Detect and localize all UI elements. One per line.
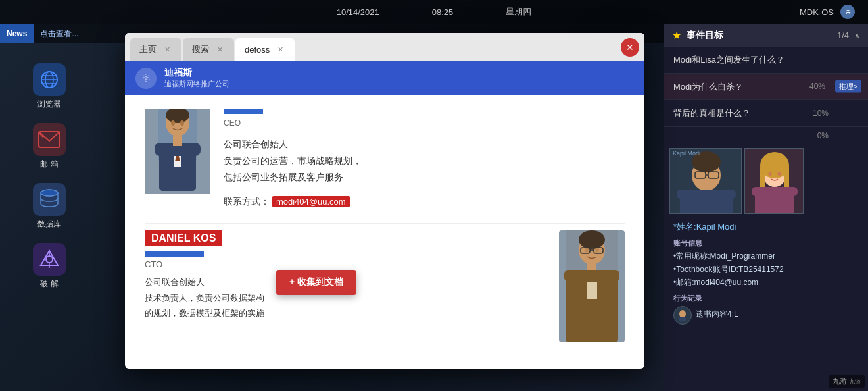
- svg-point-21: [171, 120, 175, 126]
- tab-search[interactable]: 搜索 ✕: [183, 38, 234, 61]
- lisa-portrait: [744, 148, 804, 214]
- email-label: 邮 箱: [40, 159, 58, 170]
- company-full-name: 迪福斯网络推广公司: [164, 79, 229, 89]
- svg-point-22: [180, 120, 184, 126]
- sidebar-item-browser[interactable]: 浏览器: [33, 63, 66, 110]
- tab-search-close[interactable]: ✕: [214, 44, 225, 55]
- company-info: 迪福斯 迪福斯网络推广公司: [164, 67, 229, 89]
- person2-photo: [559, 230, 625, 342]
- person2-desc2: 的规划，数据模型及框架的实施: [145, 305, 546, 321]
- event-header-left: ★ 事件目标: [672, 29, 723, 41]
- hack-label: 破 解: [40, 278, 58, 290]
- svg-point-35: [585, 248, 589, 253]
- browser-window: 主页 ✕ 搜索 ✕ defoss ✕ ✕ ⚛ 迪福斯 迪福斯网络推广公司: [125, 33, 644, 369]
- topbar-os-icon: ⊕: [840, 5, 855, 19]
- will-icon: [673, 306, 692, 325]
- svg-rect-51: [752, 187, 798, 196]
- topbar-right: MDK-OS ⊕: [800, 5, 855, 19]
- news-text: 点击查看...: [34, 28, 78, 39]
- browser-close-button[interactable]: ✕: [621, 38, 639, 57]
- collect-button[interactable]: + 收集到文档: [276, 270, 356, 295]
- svg-point-8: [41, 190, 58, 196]
- sidebar: 浏览器 邮 箱 数据库: [0, 24, 99, 290]
- svg-point-54: [679, 310, 686, 318]
- svg-point-36: [595, 248, 599, 253]
- svg-rect-55: [679, 317, 686, 321]
- event-item-1-action[interactable]: 推理>: [835, 80, 861, 93]
- content-area: CEO 公司联合创始人 负责公司的运营，市场战略规划， 包括公司业务拓展及客户服…: [125, 95, 644, 344]
- event-item-3: 0%: [664, 127, 868, 145]
- topbar-date: 10/14/2021: [337, 7, 379, 17]
- first-person-section: CEO 公司联合创始人 负责公司的运营，市场战略规划， 包括公司业务拓展及客户服…: [145, 109, 625, 210]
- desktop: PRIORD 10/14/2021 08:25 星期四 MDK-OS ⊕ New…: [0, 0, 868, 391]
- ceo-role-bar: [224, 109, 263, 114]
- event-item-1-text: Modi为什么自杀？: [673, 80, 859, 93]
- svg-rect-20: [173, 136, 182, 146]
- right-panel: › ★ 事件目标 1/4 ∧ Modi和Lisa之间发生了什么？ Modi为什么…: [664, 24, 868, 391]
- contact-row: 联系方式： modi404@uu.com: [224, 194, 625, 210]
- will-text: 遗书内容4:L: [696, 309, 738, 320]
- person2-role: CTO: [145, 259, 546, 269]
- news-label[interactable]: News: [0, 24, 34, 43]
- event-item-2-percent: 10%: [813, 109, 829, 118]
- search-result-header: ⚛ 迪福斯 迪福斯网络推广公司: [125, 61, 644, 95]
- topbar-time: 08:25: [432, 7, 454, 17]
- email-icon: [33, 123, 66, 156]
- tab-defoss-close[interactable]: ✕: [275, 44, 285, 55]
- watermark: 九游 九游: [829, 375, 865, 388]
- tab-defoss[interactable]: defoss ✕: [235, 38, 295, 61]
- first-person-photo: [145, 109, 210, 194]
- browser-tabs: 主页 ✕ 搜索 ✕ defoss ✕ ✕: [125, 33, 644, 61]
- sidebar-item-email[interactable]: 邮 箱: [33, 123, 66, 170]
- star-icon: ★: [672, 29, 681, 41]
- svg-point-52: [769, 172, 772, 176]
- contact-label: 联系方式：: [224, 196, 270, 207]
- kapil-portrait: Kapil Modi: [669, 148, 742, 214]
- character-images-row: Kapil Modi: [664, 145, 868, 217]
- svg-rect-34: [564, 270, 619, 282]
- event-header: ★ 事件目标 1/4 ∧: [664, 24, 868, 47]
- top-text2: 负责公司的运营，市场战略规划，: [224, 153, 625, 169]
- event-title: 事件目标: [687, 30, 723, 41]
- browser-content: ⚛ 迪福斯 迪福斯网络推广公司: [125, 61, 644, 344]
- event-item-1: Modi为什么自杀？ 40% 推理>: [664, 74, 868, 101]
- svg-point-25: [579, 230, 605, 249]
- tab-home[interactable]: 主页 ✕: [130, 38, 181, 61]
- person2-role-bar: [145, 251, 204, 257]
- profile-detail-name: *姓名:Kapil Modi: [673, 221, 859, 233]
- svg-point-10: [46, 256, 53, 263]
- browser-label: 浏览器: [37, 99, 61, 110]
- svg-rect-44: [677, 190, 736, 199]
- database-icon: [33, 183, 66, 216]
- profile-toothbook: •Toothbook账号ID:TB25411572: [673, 264, 859, 275]
- person2-name-badge: DANIEL KOS: [145, 230, 222, 246]
- event-count: 1/4: [837, 30, 849, 40]
- event-item-0: Modi和Lisa之间发生了什么？: [664, 47, 868, 74]
- company-name: 迪福斯: [164, 67, 229, 79]
- hack-icon: [33, 243, 66, 276]
- account-section-label: 账号信息: [673, 238, 859, 248]
- behavior-section-label: 行为记录: [673, 294, 859, 303]
- top-text1: 公司联合创始人: [224, 136, 625, 153]
- second-person-section: DANIEL KOS CTO 公司联合创始人 技术负责人，负责公司数据架构 的规…: [145, 230, 625, 342]
- sidebar-item-hack[interactable]: 破 解: [33, 243, 66, 290]
- event-item-3-percent: 0%: [817, 131, 829, 140]
- sidebar-item-database[interactable]: 数据库: [33, 183, 66, 230]
- browser-icon: [33, 63, 66, 96]
- profile-nickname: •常用昵称:Modi_Programmer: [673, 251, 859, 262]
- profile-detail: *姓名:Kapil Modi 账号信息 •常用昵称:Modi_Programme…: [664, 217, 868, 328]
- event-header-right: 1/4 ∧: [837, 30, 860, 40]
- profile-email: •邮箱:modi404@uu.com: [673, 277, 859, 288]
- email-address: modi404@uu.com: [272, 196, 350, 207]
- company-logo: ⚛: [135, 68, 157, 89]
- topbar-day: 星期四: [506, 6, 531, 18]
- event-item-0-text: Modi和Lisa之间发生了什么？: [673, 53, 859, 66]
- topbar: 10/14/2021 08:25 星期四 MDK-OS ⊕: [0, 0, 868, 24]
- topbar-os: MDK-OS: [800, 7, 834, 17]
- tab-home-close[interactable]: ✕: [162, 44, 172, 55]
- section-divider: [145, 223, 625, 224]
- top-text3: 包括公司业务拓展及客户服务: [224, 169, 625, 186]
- event-item-1-percent: 40%: [809, 82, 825, 91]
- svg-point-53: [778, 172, 781, 176]
- event-expand-icon[interactable]: ∧: [854, 31, 860, 40]
